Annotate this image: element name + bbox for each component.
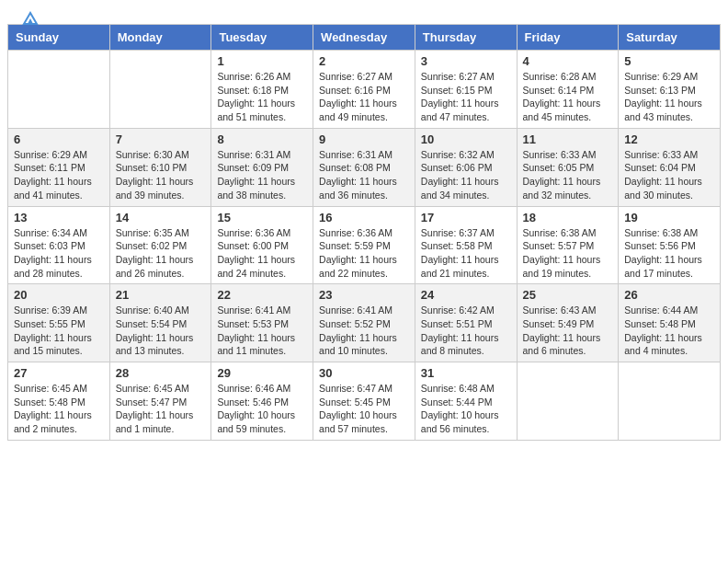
calendar-header-row: SundayMondayTuesdayWednesdayThursdayFrid… (8, 25, 721, 51)
calendar-cell (109, 51, 211, 129)
sunrise-text: Sunrise: 6:33 AM (523, 148, 613, 162)
sunrise-text: Sunrise: 6:29 AM (624, 70, 714, 84)
daylight-text: Daylight: 10 hours (319, 408, 409, 422)
day-info: Sunrise: 6:45 AMSunset: 5:48 PMDaylight:… (14, 382, 104, 436)
sunrise-text: Sunrise: 6:45 AM (14, 382, 104, 396)
daylight-text-cont: and 1 minute. (116, 422, 206, 436)
sunrise-text: Sunrise: 6:44 AM (624, 304, 714, 317)
daylight-text-cont: and 45 minutes. (523, 110, 613, 124)
daylight-text: Daylight: 11 hours (116, 175, 206, 189)
sunrise-text: Sunrise: 6:34 AM (14, 226, 104, 240)
day-number: 19 (624, 211, 714, 224)
day-number: 13 (14, 211, 104, 224)
calendar-week-row: 13Sunrise: 6:34 AMSunset: 6:03 PMDayligh… (8, 206, 721, 284)
daylight-text: Daylight: 11 hours (523, 97, 613, 110)
daylight-text: Daylight: 11 hours (624, 253, 714, 267)
day-info: Sunrise: 6:43 AMSunset: 5:49 PMDaylight:… (523, 304, 613, 358)
daylight-text: Daylight: 11 hours (217, 97, 307, 110)
day-info: Sunrise: 6:31 AMSunset: 6:08 PMDaylight:… (319, 148, 409, 202)
day-info: Sunrise: 6:30 AMSunset: 6:10 PMDaylight:… (116, 148, 206, 202)
daylight-text: Daylight: 11 hours (421, 331, 511, 345)
day-number: 20 (14, 288, 104, 302)
calendar-cell: 28Sunrise: 6:45 AMSunset: 5:47 PMDayligh… (109, 362, 211, 441)
calendar-table: SundayMondayTuesdayWednesdayThursdayFrid… (7, 24, 721, 441)
logo-icon (22, 11, 39, 26)
day-number: 11 (523, 132, 613, 146)
calendar-cell: 27Sunrise: 6:45 AMSunset: 5:48 PMDayligh… (8, 362, 110, 441)
sunset-text: Sunset: 5:58 PM (421, 239, 511, 253)
sunset-text: Sunset: 6:08 PM (319, 161, 409, 175)
calendar-cell: 30Sunrise: 6:47 AMSunset: 5:45 PMDayligh… (313, 362, 415, 441)
sunrise-text: Sunrise: 6:38 AM (624, 226, 714, 240)
day-info: Sunrise: 6:34 AMSunset: 6:03 PMDaylight:… (14, 226, 104, 281)
daylight-text-cont: and 59 minutes. (217, 422, 307, 436)
day-number: 28 (116, 366, 206, 380)
daylight-text: Daylight: 11 hours (523, 331, 613, 345)
sunset-text: Sunset: 5:48 PM (624, 317, 714, 331)
daylight-text: Daylight: 11 hours (523, 253, 613, 267)
day-info: Sunrise: 6:41 AMSunset: 5:52 PMDaylight:… (319, 304, 409, 358)
page-header (0, 0, 728, 24)
sunrise-text: Sunrise: 6:26 AM (217, 70, 307, 84)
daylight-text-cont: and 11 minutes. (217, 344, 307, 358)
sunrise-text: Sunrise: 6:37 AM (421, 226, 511, 240)
day-number: 16 (319, 211, 409, 224)
calendar-cell: 5Sunrise: 6:29 AMSunset: 6:13 PMDaylight… (619, 51, 721, 129)
sunset-text: Sunset: 5:56 PM (624, 239, 714, 253)
sunset-text: Sunset: 6:16 PM (319, 84, 409, 98)
calendar-cell: 24Sunrise: 6:42 AMSunset: 5:51 PMDayligh… (415, 284, 517, 362)
day-header-tuesday: Tuesday (211, 25, 313, 51)
day-info: Sunrise: 6:29 AMSunset: 6:11 PMDaylight:… (14, 148, 104, 202)
day-info: Sunrise: 6:48 AMSunset: 5:44 PMDaylight:… (421, 382, 511, 436)
daylight-text: Daylight: 11 hours (319, 253, 409, 267)
sunset-text: Sunset: 6:02 PM (116, 239, 206, 253)
day-header-wednesday: Wednesday (313, 25, 415, 51)
daylight-text-cont: and 47 minutes. (421, 110, 511, 124)
day-number: 23 (319, 288, 409, 302)
daylight-text-cont: and 28 minutes. (14, 267, 104, 281)
sunset-text: Sunset: 6:10 PM (116, 161, 206, 175)
calendar-cell: 16Sunrise: 6:36 AMSunset: 5:59 PMDayligh… (313, 206, 415, 284)
day-info: Sunrise: 6:35 AMSunset: 6:02 PMDaylight:… (116, 226, 206, 281)
day-info: Sunrise: 6:42 AMSunset: 5:51 PMDaylight:… (421, 304, 511, 358)
calendar-cell (619, 362, 721, 441)
calendar-cell: 12Sunrise: 6:33 AMSunset: 6:04 PMDayligh… (619, 128, 721, 206)
sunset-text: Sunset: 5:47 PM (116, 396, 206, 409)
sunset-text: Sunset: 6:05 PM (523, 161, 613, 175)
day-info: Sunrise: 6:29 AMSunset: 6:13 PMDaylight:… (624, 70, 714, 124)
day-number: 26 (624, 288, 714, 302)
day-number: 30 (319, 366, 409, 380)
day-info: Sunrise: 6:37 AMSunset: 5:58 PMDaylight:… (421, 226, 511, 281)
sunset-text: Sunset: 6:14 PM (523, 84, 613, 98)
sunset-text: Sunset: 5:48 PM (14, 396, 104, 409)
daylight-text: Daylight: 10 hours (421, 408, 511, 422)
sunset-text: Sunset: 5:59 PM (319, 239, 409, 253)
sunset-text: Sunset: 6:18 PM (217, 84, 307, 98)
sunset-text: Sunset: 6:11 PM (14, 161, 104, 175)
daylight-text-cont: and 10 minutes. (319, 344, 409, 358)
sunset-text: Sunset: 5:55 PM (14, 317, 104, 331)
calendar-cell: 3Sunrise: 6:27 AMSunset: 6:15 PMDaylight… (415, 51, 517, 129)
day-number: 29 (217, 366, 307, 380)
sunset-text: Sunset: 5:54 PM (116, 317, 206, 331)
sunrise-text: Sunrise: 6:31 AM (217, 148, 307, 162)
daylight-text-cont: and 39 minutes. (116, 189, 206, 202)
calendar-cell: 8Sunrise: 6:31 AMSunset: 6:09 PMDaylight… (211, 128, 313, 206)
calendar-cell: 18Sunrise: 6:38 AMSunset: 5:57 PMDayligh… (517, 206, 619, 284)
sunrise-text: Sunrise: 6:42 AM (421, 304, 511, 317)
sunrise-text: Sunrise: 6:30 AM (116, 148, 206, 162)
calendar-cell: 13Sunrise: 6:34 AMSunset: 6:03 PMDayligh… (8, 206, 110, 284)
day-number: 15 (217, 211, 307, 224)
sunset-text: Sunset: 5:44 PM (421, 396, 511, 409)
daylight-text: Daylight: 11 hours (217, 331, 307, 345)
calendar-cell: 10Sunrise: 6:32 AMSunset: 6:06 PMDayligh… (415, 128, 517, 206)
sunrise-text: Sunrise: 6:36 AM (319, 226, 409, 240)
calendar-cell: 14Sunrise: 6:35 AMSunset: 6:02 PMDayligh… (109, 206, 211, 284)
day-info: Sunrise: 6:41 AMSunset: 5:53 PMDaylight:… (217, 304, 307, 358)
daylight-text-cont: and 57 minutes. (319, 422, 409, 436)
sunrise-text: Sunrise: 6:27 AM (319, 70, 409, 84)
calendar-week-row: 6Sunrise: 6:29 AMSunset: 6:11 PMDaylight… (8, 128, 721, 206)
sunset-text: Sunset: 6:09 PM (217, 161, 307, 175)
day-number: 27 (14, 366, 104, 380)
daylight-text: Daylight: 11 hours (217, 253, 307, 267)
